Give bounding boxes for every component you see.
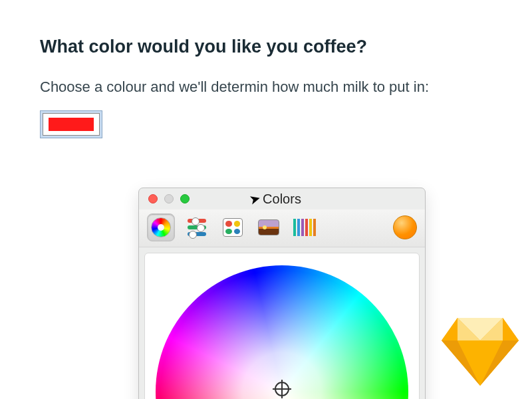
pencils-icon — [293, 219, 316, 236]
color-input[interactable] — [40, 110, 102, 138]
tab-color-palettes[interactable] — [219, 213, 247, 241]
color-wheel-cursor[interactable] — [275, 382, 289, 396]
tab-image-palettes[interactable] — [255, 213, 283, 241]
window-zoom-button[interactable] — [180, 194, 190, 203]
colors-window: ➤ Colors — [138, 188, 426, 399]
window-close-button[interactable] — [148, 194, 158, 203]
tab-color-sliders[interactable] — [183, 213, 211, 241]
window-minimize-button[interactable] — [164, 194, 174, 203]
color-wheel[interactable] — [156, 265, 408, 399]
current-color-preview[interactable] — [393, 215, 417, 239]
color-picker-toolbar — [139, 209, 425, 247]
color-wheel-icon — [151, 217, 171, 237]
selected-color-swatch — [49, 118, 94, 131]
svg-marker-2 — [503, 318, 519, 340]
sliders-icon — [188, 219, 206, 236]
sketch-logo-icon — [440, 314, 520, 387]
palette-icon — [223, 218, 243, 237]
window-titlebar[interactable]: ➤ Colors — [139, 188, 425, 209]
page-heading: What color would you like you coffee? — [40, 37, 492, 57]
tab-pencils[interactable] — [291, 213, 319, 241]
cursor-icon: ➤ — [247, 190, 263, 208]
tab-color-wheel[interactable] — [147, 213, 175, 241]
page-description: Choose a colour and we'll determin how m… — [40, 76, 466, 98]
svg-marker-1 — [442, 318, 458, 340]
image-palette-icon — [258, 219, 279, 235]
color-wheel-panel — [144, 253, 420, 399]
